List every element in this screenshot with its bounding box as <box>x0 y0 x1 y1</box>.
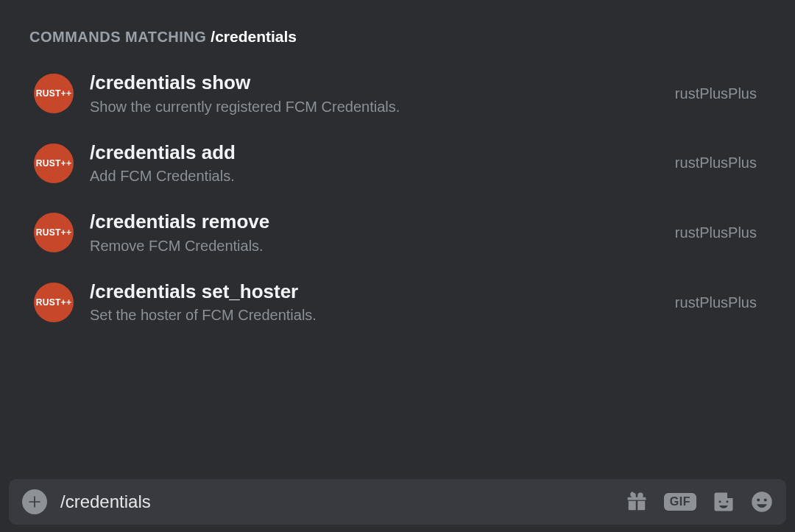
command-texts: /credentials set_hoster Set the hoster o… <box>90 281 659 324</box>
command-app-name: rustPlusPlus <box>675 294 761 311</box>
command-item-credentials-set-hoster[interactable]: RUST++ /credentials set_hoster Set the h… <box>29 277 766 329</box>
command-texts: /credentials remove Remove FCM Credentia… <box>90 211 659 255</box>
header-prefix-text: COMMANDS MATCHING <box>29 29 206 46</box>
command-item-credentials-show[interactable]: RUST++ /credentials show Show the curren… <box>29 68 766 120</box>
emoji-icon <box>751 491 773 513</box>
autocomplete-header: COMMANDS MATCHING /credentials <box>29 28 766 46</box>
command-texts: /credentials show Show the currently reg… <box>90 72 659 116</box>
command-autocomplete-panel: COMMANDS MATCHING /credentials RUST++ /c… <box>9 7 786 466</box>
command-app-name: rustPlusPlus <box>675 155 761 171</box>
app-avatar-icon: RUST++ <box>34 213 74 252</box>
header-query-text: /credentials <box>211 28 297 46</box>
command-app-name: rustPlusPlus <box>675 224 761 241</box>
svg-point-1 <box>757 499 760 502</box>
command-texts: /credentials add Add FCM Credentials. <box>90 142 659 185</box>
emoji-button[interactable] <box>751 491 773 513</box>
gift-button[interactable] <box>626 491 648 513</box>
svg-point-0 <box>752 492 772 512</box>
command-description: Remove FCM Credentials. <box>90 237 659 255</box>
command-item-credentials-add[interactable]: RUST++ /credentials add Add FCM Credenti… <box>29 138 766 190</box>
command-name: /credentials add <box>90 142 659 163</box>
sticker-button[interactable] <box>713 491 735 513</box>
input-actions: GIF <box>626 491 773 513</box>
svg-point-2 <box>764 499 767 502</box>
gift-icon <box>626 491 648 513</box>
plus-icon <box>27 494 42 509</box>
app-avatar-icon: RUST++ <box>34 143 74 183</box>
command-item-credentials-remove[interactable]: RUST++ /credentials remove Remove FCM Cr… <box>29 207 766 259</box>
command-name: /credentials show <box>90 72 659 93</box>
command-name: /credentials set_hoster <box>90 281 659 302</box>
sticker-icon <box>713 491 735 513</box>
command-description: Show the currently registered FCM Creden… <box>90 98 659 116</box>
message-input[interactable] <box>60 492 612 512</box>
command-name: /credentials remove <box>90 211 659 233</box>
attach-button[interactable] <box>22 489 47 514</box>
app-avatar-icon: RUST++ <box>34 74 74 113</box>
command-description: Add FCM Credentials. <box>90 167 659 185</box>
gif-button[interactable]: GIF <box>664 493 696 511</box>
command-app-name: rustPlusPlus <box>675 85 761 102</box>
app-avatar-icon: RUST++ <box>34 283 74 322</box>
command-description: Set the hoster of FCM Credentials. <box>90 306 659 324</box>
message-input-bar: GIF <box>9 479 786 525</box>
command-list: RUST++ /credentials show Show the curren… <box>29 68 766 458</box>
